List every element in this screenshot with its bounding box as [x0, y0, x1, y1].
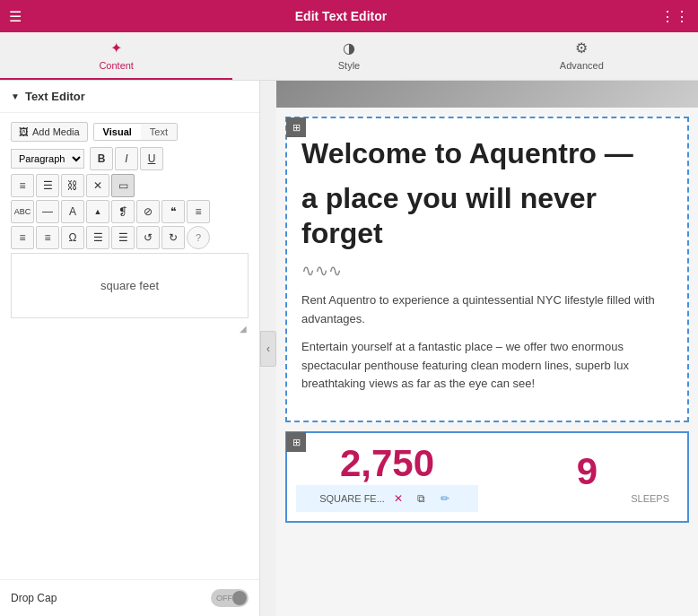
view-tab-visual[interactable]: Visual [94, 124, 141, 140]
content-icon: ✦ [110, 39, 122, 56]
toolbar-row5: ≡ ≡ Ω ☰ ☰ ↺ ↻ ? [11, 226, 249, 249]
redo-button[interactable]: ↻ [161, 226, 185, 249]
tab-style-label: Style [338, 60, 360, 71]
outdent-button[interactable]: ☰ [111, 226, 135, 249]
stat-sleeps-item: 9 SLEEPS [487, 441, 687, 513]
align-left-button[interactable]: ≡ [11, 174, 34, 197]
drop-cap-row: Drop Cap OFF [0, 579, 259, 616]
section-arrow-icon: ▼ [11, 91, 20, 101]
grid-icon[interactable]: ⋮⋮ [660, 8, 689, 25]
view-tabs: Visual Text [93, 123, 178, 141]
wave-line: ∿∿∿ [301, 261, 673, 281]
color-arrow-button[interactable]: ▲ [86, 200, 109, 223]
stat-edit-button[interactable]: ✏ [435, 489, 455, 508]
justify-button[interactable]: ≡ [187, 200, 210, 223]
canvas-main: ⊞ Welcome to Aquentro — a place you will… [276, 108, 698, 532]
undo-button[interactable]: ↺ [136, 226, 160, 249]
drop-cap-label: Drop Cap [11, 592, 57, 604]
stat-copy-button[interactable]: ⧉ [412, 489, 432, 508]
sleeps-label: SLEEPS [496, 493, 678, 504]
align-right2-button[interactable]: ≡ [36, 226, 59, 249]
section-header[interactable]: ▼ Text Editor [0, 81, 259, 113]
left-panel: ▼ Text Editor 🖼 Add Media Visual Text Pa… [0, 81, 260, 616]
format-select[interactable]: Paragraph Heading 1 Heading 2 Heading 3 [11, 149, 84, 169]
right-panel: ⊞ Welcome to Aquentro — a place you will… [276, 81, 698, 616]
link-button[interactable]: ⛓ [61, 174, 84, 197]
special-char-button[interactable]: Ω [61, 226, 84, 249]
tab-style[interactable]: ◑ Style [232, 32, 465, 80]
top-bar: ☰ Edit Text Editor ⋮⋮ [0, 0, 698, 32]
add-media-label: Add Media [32, 126, 80, 137]
stats-handle[interactable]: ⊞ [286, 432, 306, 452]
advanced-icon: ⚙ [575, 39, 588, 56]
paste-button[interactable]: ❡ [111, 200, 135, 223]
fullscreen-button[interactable]: ▭ [111, 174, 135, 197]
help-button[interactable]: ? [187, 226, 210, 249]
stat-sqft-label-row: SQUARE FE... ✕ ⧉ ✏ [296, 485, 478, 512]
italic-button[interactable]: I [115, 147, 138, 170]
stat-sqft-item: 2,750 SQUARE FE... ✕ ⧉ ✏ [287, 433, 487, 521]
toggle-knob [232, 591, 247, 605]
body-text2: Entertain yourself at a fantastic place … [301, 338, 673, 394]
tab-content[interactable]: ✦ Content [0, 32, 232, 80]
tab-content-label: Content [99, 60, 134, 71]
stat-sqft-label: SQUARE FE... [319, 493, 385, 504]
hr-button[interactable]: — [36, 200, 59, 223]
welcome-widget-block: ⊞ Welcome to Aquentro — a place you will… [285, 117, 689, 422]
blockquote-button[interactable]: ❝ [161, 200, 185, 223]
stat-sqft-number: 2,750 [296, 442, 478, 485]
style-icon: ◑ [343, 39, 355, 56]
view-tab-text[interactable]: Text [141, 124, 177, 140]
align-left2-button[interactable]: ≡ [11, 226, 34, 249]
indent-button[interactable]: ☰ [86, 226, 109, 249]
drop-cap-toggle[interactable]: OFF [211, 589, 249, 607]
section-header-label: Text Editor [25, 90, 85, 103]
collapse-button[interactable]: ‹ [260, 331, 276, 367]
toolbar-row2: Paragraph Heading 1 Heading 2 Heading 3 … [11, 147, 249, 170]
canvas-top-image [276, 81, 698, 108]
editor-text: square feet [19, 261, 240, 310]
editor-area: 🖼 Add Media Visual Text Paragraph Headin… [0, 113, 259, 579]
toggle-label: OFF [216, 594, 232, 603]
welcome-heading: Welcome to Aquentro — [301, 136, 673, 170]
toolbar-row1: 🖼 Add Media Visual Text [11, 122, 249, 142]
stats-row: 2,750 SQUARE FE... ✕ ⧉ ✏ 9 SLEEPS [287, 433, 687, 521]
toolbar-row3: ≡ ☰ ⛓ ✕ ▭ [11, 174, 249, 197]
stats-block: ⊞ 2,750 SQUARE FE... ✕ ⧉ ✏ 9 SLEEPS [285, 431, 689, 523]
stat-sleeps-number: 9 [496, 450, 678, 493]
top-bar-title: Edit Text Editor [295, 9, 387, 23]
welcome-heading2: a place you will never forget [301, 181, 673, 250]
underline-button[interactable]: U [140, 147, 163, 170]
body-text1: Rent Aquentro to experience a quintessen… [301, 291, 673, 329]
toolbar-row4: ABC — A ▲ ❡ ⊘ ❝ ≡ [11, 200, 249, 223]
widget-handle[interactable]: ⊞ [286, 117, 306, 137]
tabs-bar: ✦ Content ◑ Style ⚙ Advanced [0, 32, 698, 81]
text-color-button[interactable]: A [61, 200, 84, 223]
toolbar-rows: ≡ ☰ ⛓ ✕ ▭ ABC — A ▲ ❡ ⊘ ❝ ≡ ≡ [11, 174, 249, 249]
align-ol-button[interactable]: ☰ [36, 174, 59, 197]
hamburger-icon[interactable]: ☰ [9, 8, 22, 25]
stat-close-button[interactable]: ✕ [388, 489, 408, 508]
resize-handle[interactable]: ◢ [11, 324, 249, 334]
add-media-button[interactable]: 🖼 Add Media [11, 122, 88, 142]
tab-advanced[interactable]: ⚙ Advanced [466, 32, 698, 80]
main-layout: ▼ Text Editor 🖼 Add Media Visual Text Pa… [0, 81, 698, 616]
unlink-button[interactable]: ✕ [86, 174, 109, 197]
tab-advanced-label: Advanced [560, 60, 604, 71]
strikethrough-button[interactable]: ABC [11, 200, 34, 223]
bold-button[interactable]: B [90, 147, 113, 170]
editor-content-area[interactable]: square feet [11, 253, 249, 318]
add-media-icon: 🖼 [19, 126, 29, 137]
clear-format-button[interactable]: ⊘ [136, 200, 160, 223]
